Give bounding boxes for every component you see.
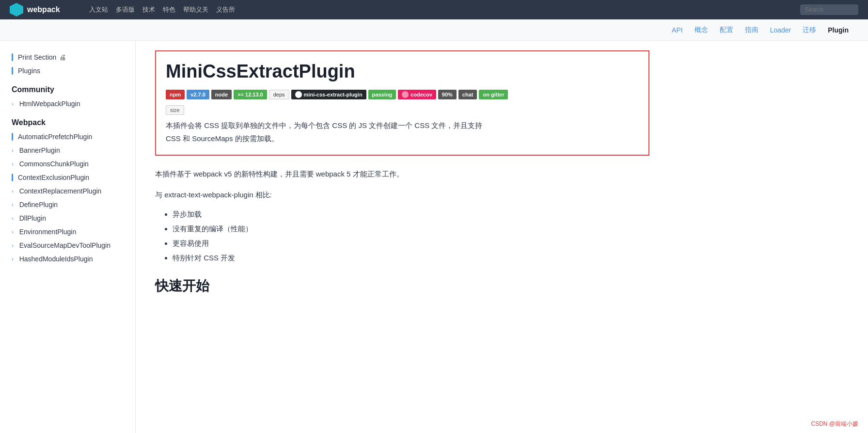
sidebar-label: CommonsChunkPlugin [19, 160, 89, 168]
chevron-right-icon-9: › [12, 256, 14, 262]
chevron-right-icon-5: › [12, 202, 14, 208]
footer-attribution: CSDN @前端小媛 [811, 420, 858, 428]
sidebar-item-plugins[interactable]: Plugins [0, 64, 135, 78]
sidebar-label-print-section: Print Section [18, 53, 56, 61]
sidebar-label: BannerPlugin [19, 146, 60, 154]
nav-item-6[interactable]: 义告所 [216, 5, 235, 14]
chevron-right-icon-3: › [12, 161, 14, 167]
bullet-list: 异步加载 没有重复的编译（性能） 更容易使用 特别针对 CSS 开发 [155, 207, 649, 265]
chevron-right-icon-6: › [12, 215, 14, 221]
badge-deps: deps [269, 90, 289, 99]
nav-concept[interactable]: 概念 [694, 26, 708, 34]
sidebar-item-bannerplugin[interactable]: › BannerPlugin [0, 144, 135, 157]
bullet-item-4: 特别针对 CSS 开发 [173, 251, 649, 265]
bullet-item-2: 没有重复的编译（性能） [173, 222, 649, 236]
badge-npm-version: v2.7.0 [187, 90, 209, 99]
badge-npm-label: npm [166, 90, 185, 99]
sidebar-label: DefinePlugin [19, 201, 58, 208]
badge-github: mini-css-extract-plugin [291, 90, 366, 99]
bar-indicator-4 [12, 174, 13, 181]
sidebar-item-commonschunk[interactable]: › CommonsChunkPlugin [0, 157, 135, 171]
description-line1: 本插件会将 CSS 提取到单独的文件中，为每个包含 CSS 的 JS 文件创建一… [166, 121, 482, 129]
nav-api[interactable]: API [672, 26, 683, 34]
bar-indicator-2 [12, 67, 13, 75]
nav-plugin[interactable]: Plugin [828, 26, 849, 34]
top-nav: 入文站 多语版 技术 特色 帮助义关 义告所 [89, 5, 235, 14]
badge-codecov-text: codecov [410, 92, 432, 97]
nav-migrate[interactable]: 迁移 [803, 26, 816, 34]
main-layout: Print Section 🖨 Plugins Community › Html… [0, 41, 868, 433]
content-area: MiniCssExtractPlugin npm v2.7.0 node >= … [136, 41, 669, 433]
top-bar-right [800, 4, 858, 15]
body-text-1: 本插件基于 webpack v5 的新特性构建，并且需要 webpack 5 才… [155, 167, 649, 180]
nav-item-3[interactable]: 技术 [142, 5, 155, 14]
badge-codecov-value: 90% [438, 90, 457, 99]
badge-size-row: size [166, 105, 639, 115]
badge-node-label: node [211, 90, 232, 99]
sidebar-label-htmlwebpackplugin: HtmlWebpackPlugin [19, 100, 80, 108]
highlight-box: MiniCssExtractPlugin npm v2.7.0 node >= … [155, 50, 649, 156]
nav-item-1[interactable]: 入文站 [89, 5, 108, 14]
badge-size: size [166, 105, 184, 115]
badge-github-label: mini-css-extract-plugin [304, 92, 363, 97]
chevron-right-icon-4: › [12, 188, 14, 194]
secondary-nav: API 概念 配置 指南 Loader 迁移 Plugin [0, 19, 868, 41]
sidebar-item-contextreplacement[interactable]: › ContextReplacementPlugin [0, 184, 135, 198]
sidebar-item-automaticprefetch[interactable]: AutomaticPrefetchPlugin [0, 130, 135, 144]
compare-title: 与 extract-text-webpack-plugin 相比: [155, 188, 649, 201]
nav-guide[interactable]: 指南 [745, 26, 758, 34]
nav-item-5[interactable]: 帮助义关 [183, 5, 208, 14]
top-bar: webpack 入文站 多语版 技术 特色 帮助义关 义告所 [0, 0, 868, 19]
description: 本插件会将 CSS 提取到单独的文件中，为每个包含 CSS 的 JS 文件创建一… [166, 119, 639, 145]
sidebar: Print Section 🖨 Plugins Community › Html… [0, 41, 136, 433]
badge-chat: chat [458, 90, 477, 99]
body-content: 本插件基于 webpack v5 的新特性构建，并且需要 webpack 5 才… [155, 167, 649, 305]
sidebar-label: ContextExclusionPlugin [18, 174, 89, 181]
bullet-item-1: 异步加载 [173, 207, 649, 222]
nav-item-4[interactable]: 特色 [163, 5, 175, 14]
badge-passing: passing [368, 90, 396, 99]
chevron-right-icon-7: › [12, 229, 14, 235]
sidebar-label: AutomaticPrefetchPlugin [18, 133, 92, 141]
sidebar-label: HashedModuleIdsPlugin [19, 255, 93, 263]
description-line2: CSS 和 SourceMaps 的按需加载。 [166, 134, 279, 143]
sidebar-item-print-section[interactable]: Print Section 🖨 [0, 50, 135, 64]
badges-row: npm v2.7.0 node >= 12.13.0 deps mini-css… [166, 90, 639, 99]
nav-loader[interactable]: Loader [770, 26, 791, 34]
search-input[interactable] [800, 4, 858, 15]
sidebar-label: ContextReplacementPlugin [19, 187, 102, 195]
sidebar-item-dllplugin[interactable]: › DllPlugin [0, 211, 135, 225]
logo[interactable]: webpack [10, 3, 60, 16]
bar-indicator-3 [12, 133, 13, 141]
chevron-right-icon-2: › [12, 147, 14, 153]
sidebar-item-evalsourcemap[interactable]: › EvalSourceMapDevToolPlugin [0, 239, 135, 252]
webpack-logo-icon [10, 3, 23, 16]
webpack-section-title: Webpack [0, 111, 135, 130]
sidebar-item-defineplugin[interactable]: › DefinePlugin [0, 198, 135, 211]
badge-codecov-label: codecov [398, 90, 436, 99]
sidebar-item-environmentplugin[interactable]: › EnvironmentPlugin [0, 225, 135, 239]
community-section-title: Community [0, 78, 135, 97]
nav-config[interactable]: 配置 [720, 26, 733, 34]
sidebar-label: EvalSourceMapDevToolPlugin [19, 241, 110, 249]
badge-node-version: >= 12.13.0 [234, 90, 267, 99]
sidebar-label-plugins: Plugins [18, 67, 40, 75]
github-icon [295, 91, 302, 98]
chevron-right-icon: › [12, 101, 14, 107]
sidebar-item-hashedmodule[interactable]: › HashedModuleIdsPlugin [0, 252, 135, 266]
chevron-right-icon-8: › [12, 242, 14, 248]
badge-gitter: on gitter [479, 90, 508, 99]
codecov-icon [402, 91, 409, 98]
sidebar-label: EnvironmentPlugin [19, 228, 77, 236]
print-icon: 🖨 [59, 53, 66, 61]
nav-item-2[interactable]: 多语版 [116, 5, 135, 14]
logo-text: webpack [27, 5, 60, 14]
quick-start-title: 快速开始 [155, 277, 649, 295]
sidebar-item-htmlwebpackplugin[interactable]: › HtmlWebpackPlugin [0, 97, 135, 111]
bullet-item-3: 更容易使用 [173, 236, 649, 251]
page-title: MiniCssExtractPlugin [166, 61, 639, 82]
sidebar-label: DllPlugin [19, 214, 46, 222]
bar-indicator [12, 53, 13, 61]
sidebar-item-contextexclusion[interactable]: ContextExclusionPlugin [0, 171, 135, 184]
